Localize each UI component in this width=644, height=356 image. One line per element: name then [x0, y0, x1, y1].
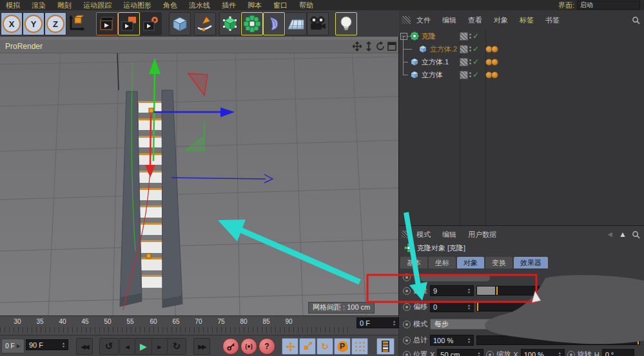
- spinner-icon[interactable]: ▲▼: [391, 320, 396, 326]
- layer-icon[interactable]: [460, 58, 468, 66]
- menu-window[interactable]: 窗口: [268, 1, 293, 10]
- am-menu-mode[interactable]: 模式: [411, 230, 436, 239]
- rotation-input[interactable]: 0 °: [602, 349, 634, 356]
- enabled-check-icon[interactable]: ✓: [473, 32, 479, 41]
- keyframe-radio-icon[interactable]: [403, 321, 411, 328]
- menu-pipeline[interactable]: 流水线: [183, 1, 216, 10]
- visibility-dots-icon[interactable]: [469, 33, 471, 39]
- panel-grip-icon[interactable]: [402, 16, 411, 24]
- keyframe-radio-icon[interactable]: [403, 337, 411, 344]
- play-forward-button[interactable]: ↻: [167, 338, 186, 355]
- viewport-zoom-icon[interactable]: [364, 41, 374, 52]
- render-view-button[interactable]: [96, 12, 118, 35]
- object-label[interactable]: 立方体.1: [422, 57, 449, 67]
- help-button[interactable]: ?: [259, 338, 275, 355]
- range-end-input[interactable]: 90 F▲▼: [26, 339, 68, 350]
- layer-icon[interactable]: [460, 71, 468, 79]
- viewport-maximize-icon[interactable]: [387, 41, 397, 52]
- next-frame-button[interactable]: ▸: [151, 338, 168, 355]
- menu-mograph[interactable]: 运动图形: [117, 1, 157, 10]
- total-slider[interactable]: [476, 335, 640, 345]
- total-input[interactable]: 100 %▲▼: [430, 335, 474, 346]
- menu-render[interactable]: 渲染: [26, 1, 52, 10]
- mode-dropdown[interactable]: 每步: [430, 319, 498, 330]
- render-queue-button[interactable]: [140, 12, 162, 35]
- enabled-check-icon[interactable]: ✓: [473, 70, 479, 79]
- om-search-icon[interactable]: [632, 16, 640, 24]
- cube-primitive-button[interactable]: [169, 12, 191, 35]
- keyframe-radio-icon[interactable]: [403, 274, 411, 281]
- history-back-icon[interactable]: ◄: [606, 230, 614, 239]
- timeline-window-button[interactable]: [376, 338, 395, 355]
- viewport-3d[interactable]: ProRender 网格间距 : 100 cm: [0, 37, 399, 315]
- menu-character[interactable]: 角色: [157, 1, 183, 10]
- om-menu-file[interactable]: 文件: [411, 15, 436, 25]
- goto-start-button[interactable]: ◀◀: [76, 338, 93, 355]
- pen-spline-tool-button[interactable]: [194, 12, 216, 35]
- current-frame-input[interactable]: 0 F▲▼: [356, 317, 399, 328]
- om-menu-tags[interactable]: 标签: [514, 15, 540, 25]
- tab-object[interactable]: 对象: [457, 257, 484, 268]
- content-browser-button[interactable]: [351, 338, 368, 355]
- offset-input[interactable]: 0▲▼: [430, 301, 474, 312]
- om-menu-bookmarks[interactable]: 书签: [540, 15, 565, 25]
- om-menu-objects[interactable]: 对象: [488, 15, 514, 25]
- keyframe-radio-icon[interactable]: [403, 287, 411, 295]
- z-axis-lock-button[interactable]: Z: [44, 12, 66, 35]
- om-menu-view[interactable]: 查看: [462, 15, 488, 25]
- object-row-cube1[interactable]: 立方体.1 ✓: [399, 55, 644, 68]
- tab-effectors[interactable]: 效果器: [514, 257, 548, 268]
- object-row-cloner[interactable]: − 克隆 ✓: [399, 30, 644, 42]
- panel-grip-icon[interactable]: [402, 230, 411, 238]
- count-input[interactable]: 9▲▼: [430, 285, 474, 296]
- layer-icon[interactable]: [460, 45, 468, 53]
- am-menu-edit[interactable]: 编辑: [436, 230, 462, 239]
- visibility-dots-icon[interactable]: [469, 59, 471, 64]
- history-forward-icon[interactable]: ▲: [619, 230, 627, 239]
- layer-icon[interactable]: [460, 32, 468, 41]
- phong-tag-icons[interactable]: [487, 46, 498, 53]
- interface-select[interactable]: 启动: [577, 1, 640, 10]
- tab-transform[interactable]: 变换: [485, 257, 512, 268]
- menu-sculpt[interactable]: 雕刻: [52, 1, 77, 10]
- y-axis-lock-button[interactable]: Y: [23, 12, 44, 35]
- camera-button[interactable]: [307, 12, 329, 35]
- subdivision-surface-button[interactable]: [219, 12, 241, 35]
- mograph-cloner-button[interactable]: [241, 12, 263, 35]
- phong-tag-icons[interactable]: [487, 71, 498, 79]
- enabled-check-icon[interactable]: ✓: [473, 57, 479, 66]
- keyframe-radio-icon[interactable]: [567, 351, 575, 356]
- coordinate-system-button[interactable]: [66, 12, 87, 34]
- autokey-button[interactable]: (●): [240, 338, 257, 355]
- light-button[interactable]: [335, 12, 357, 35]
- spinner-icon[interactable]: ▲▼: [465, 304, 471, 310]
- am-menu-userdata[interactable]: 用户数据: [462, 230, 502, 239]
- goto-end-button[interactable]: ▶▶: [193, 338, 210, 355]
- menu-simulate[interactable]: 模拟: [0, 1, 26, 10]
- spinner-icon[interactable]: ▲▼: [465, 337, 471, 344]
- rotate-tool-button[interactable]: ↻: [317, 338, 333, 355]
- om-menu-edit[interactable]: 编辑: [436, 15, 462, 25]
- object-label[interactable]: 立方体.2: [430, 44, 457, 54]
- keyframe-radio-icon[interactable]: [486, 351, 494, 356]
- x-axis-lock-button[interactable]: X: [1, 12, 23, 35]
- deformer-button[interactable]: [263, 12, 285, 35]
- menu-plugins[interactable]: 插件: [216, 1, 242, 10]
- count-slider[interactable]: [476, 286, 540, 295]
- floor-environment-button[interactable]: [285, 12, 307, 35]
- keyframe-radio-icon[interactable]: [403, 351, 411, 356]
- object-row-cube2[interactable]: 立方体.2 ✓: [399, 42, 644, 55]
- tab-coordinates[interactable]: 坐标: [429, 257, 456, 268]
- visibility-dots-icon[interactable]: [469, 46, 471, 52]
- menu-help[interactable]: 帮助: [293, 1, 319, 10]
- enabled-check-icon[interactable]: ✓: [473, 44, 479, 53]
- phong-tag-icons[interactable]: [487, 59, 498, 66]
- spinner-icon[interactable]: ▲▼: [556, 351, 561, 356]
- visibility-dots-icon[interactable]: [469, 72, 471, 77]
- viewport-pan-icon[interactable]: [352, 41, 362, 52]
- move-tool-button[interactable]: [282, 338, 298, 355]
- play-backward-button[interactable]: ↺: [99, 338, 119, 355]
- picture-viewer-button[interactable]: P: [334, 338, 351, 355]
- keyframe-radio-icon[interactable]: [403, 303, 411, 311]
- spinner-icon[interactable]: ▲▼: [465, 288, 471, 294]
